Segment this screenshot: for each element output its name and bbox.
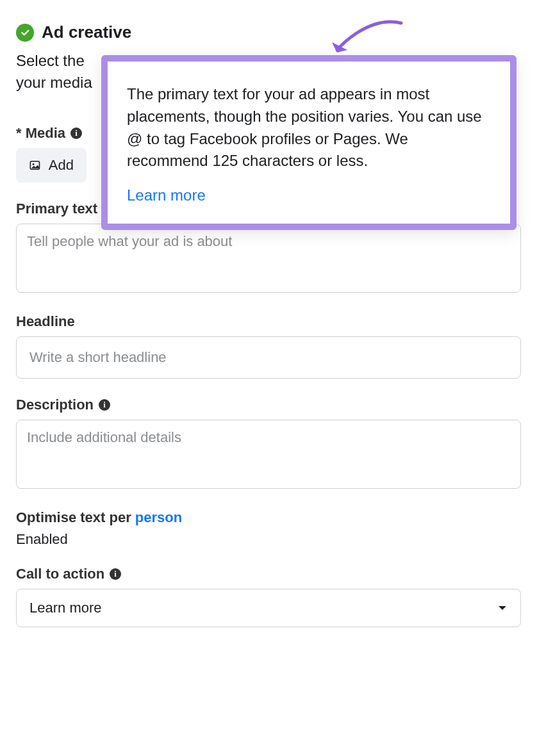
optimise-value: Enabled: [16, 531, 521, 548]
cta-field: Call to action i Learn more: [16, 566, 521, 627]
info-icon[interactable]: i: [99, 399, 110, 411]
primary-text-input[interactable]: [16, 224, 521, 293]
description-input[interactable]: [16, 420, 521, 489]
section-title: Ad creative: [42, 22, 131, 42]
info-icon[interactable]: i: [110, 568, 121, 580]
svg-point-1: [33, 163, 35, 165]
add-media-label: Add: [49, 157, 74, 174]
optimise-label: Optimise text per person: [16, 509, 521, 526]
callout-arrow-icon: [326, 14, 409, 59]
description-field: Description i: [16, 397, 521, 491]
section-header: Ad creative: [16, 22, 521, 42]
image-icon: [29, 158, 41, 173]
primary-text-tooltip: The primary text for your ad appears in …: [101, 55, 516, 230]
optimise-person-link[interactable]: person: [135, 509, 182, 525]
tooltip-text: The primary text for your ad appears in …: [127, 83, 491, 172]
check-circle-icon: [16, 24, 34, 42]
chevron-down-icon: [497, 605, 508, 611]
cta-label: Call to action: [16, 566, 104, 582]
cta-selected-value: Learn more: [29, 600, 102, 616]
description-label: Description: [16, 397, 94, 413]
cta-select[interactable]: Learn more: [16, 589, 521, 627]
optimise-field: Optimise text per person Enabled: [16, 509, 521, 548]
learn-more-link[interactable]: Learn more: [127, 186, 206, 204]
info-icon[interactable]: i: [70, 127, 82, 139]
add-media-button[interactable]: Add: [16, 148, 87, 183]
section-description: Select the your media: [16, 50, 112, 93]
headline-input[interactable]: [16, 336, 521, 379]
headline-label: Headline: [16, 313, 75, 330]
media-label: * Media: [16, 125, 65, 142]
headline-field: Headline: [16, 313, 521, 379]
primary-text-label: Primary text: [16, 201, 97, 217]
optimise-label-prefix: Optimise text per: [16, 509, 135, 525]
